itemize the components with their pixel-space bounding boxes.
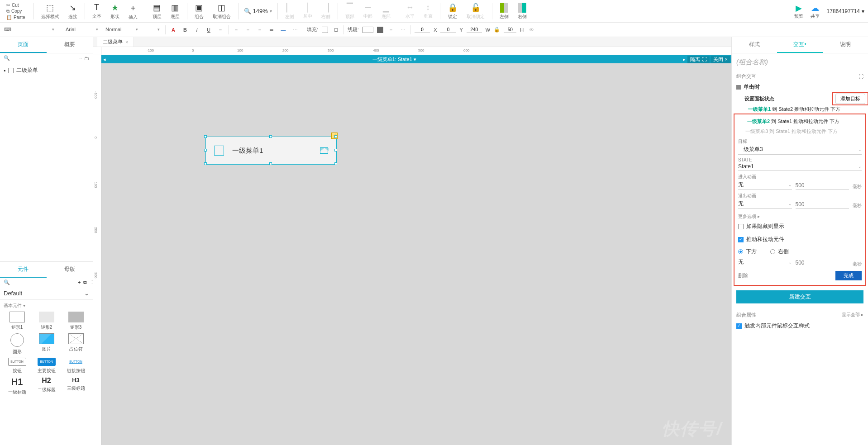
- text-color-button[interactable]: A: [169, 26, 177, 34]
- pos-y-input[interactable]: [440, 27, 456, 33]
- dist-h-button[interactable]: ↔水平: [404, 2, 416, 20]
- widget-primary-button[interactable]: BUTTON主要按钮: [33, 358, 60, 374]
- tab-notes[interactable]: 说明: [823, 37, 868, 53]
- push-duration-input[interactable]: [796, 259, 849, 267]
- push-anim-select[interactable]: 无⌄: [738, 257, 792, 267]
- canvas[interactable]: -1000100200300400500600 -1000100200300 ◂…: [93, 47, 731, 445]
- add-page-button[interactable]: ▫: [80, 56, 81, 61]
- copy-button[interactable]: ⧉Copy: [6, 9, 25, 14]
- target-row-1[interactable]: 一级菜单1 到 State2 推动和拉动元件 下方: [732, 105, 868, 114]
- checkbox-trigger-mouse[interactable]: 触发内部元件鼠标交互样式: [732, 320, 868, 331]
- canvas-tab[interactable]: 二级菜单×: [97, 37, 134, 47]
- stroke-more-button[interactable]: ⋯: [399, 26, 407, 34]
- panel-right-button[interactable]: 右侧: [516, 2, 529, 21]
- target-select[interactable]: 一级菜单3⌄: [738, 145, 862, 155]
- widget-rect2[interactable]: 矩形2: [33, 312, 60, 331]
- align-center-text-button[interactable]: ≡: [244, 26, 252, 34]
- stroke-color-button[interactable]: [377, 27, 383, 33]
- radio-right[interactable]: 右侧: [770, 248, 789, 256]
- page-tree-item[interactable]: ▪ 二级菜单: [4, 66, 89, 75]
- close-panel-button[interactable]: 关闭×: [711, 56, 730, 63]
- connect-button[interactable]: ↘连接: [67, 2, 79, 21]
- delete-button[interactable]: 删除: [738, 272, 748, 279]
- isolate-button[interactable]: 隔离⛶: [687, 56, 710, 63]
- widget-circle[interactable]: 圆形: [4, 333, 30, 355]
- panel-left-button[interactable]: 左侧: [498, 2, 510, 21]
- checkbox-show-if-hidden[interactable]: 如果隐藏则显示: [738, 220, 862, 233]
- stroke-style-button[interactable]: [362, 27, 373, 33]
- width-input[interactable]: [467, 27, 482, 33]
- tab-pages[interactable]: 页面: [0, 37, 47, 53]
- library-select[interactable]: Default⌄: [0, 287, 93, 300]
- add-lib-button[interactable]: +: [78, 279, 81, 285]
- pos-x-input[interactable]: [415, 27, 430, 33]
- insert-button[interactable]: ＋插入: [127, 1, 139, 21]
- checkbox-push-pull[interactable]: 推动和拉动元件: [738, 233, 862, 246]
- widget-h2[interactable]: H2二级标题: [33, 377, 60, 395]
- stroke-width-button[interactable]: ≡: [387, 26, 395, 34]
- account-menu[interactable]: 17864197714▾: [827, 8, 864, 14]
- tab-interactions[interactable]: 交互•: [777, 37, 822, 53]
- send-back-button[interactable]: ▥底层: [169, 2, 181, 21]
- text-format-button[interactable]: —: [279, 26, 287, 34]
- ungroup-button[interactable]: ◫取消组合: [211, 2, 233, 21]
- style-preset-select[interactable]: ▾: [15, 26, 56, 33]
- widget-rect1[interactable]: 矩形1: [4, 312, 30, 331]
- event-onclick[interactable]: 单击时: [732, 81, 868, 93]
- visibility-button[interactable]: 👁: [527, 26, 535, 34]
- align-right-button[interactable]: ▕右侧: [320, 2, 332, 21]
- widget-link-button[interactable]: BUTTON链接按钮: [62, 358, 89, 374]
- align-left-button[interactable]: ▏左侧: [283, 2, 296, 21]
- target-row-2[interactable]: 一级菜单2 到 State1 推动和拉动元件 下方: [738, 117, 862, 126]
- tab-masters[interactable]: 母版: [47, 262, 93, 278]
- bullet-list-button[interactable]: ≡: [216, 26, 224, 34]
- tab-style[interactable]: 样式: [732, 37, 777, 53]
- widget-button[interactable]: BUTTON按钮: [4, 358, 30, 374]
- selected-widget[interactable]: ⚡ 一级菜单1: [205, 137, 337, 165]
- prev-state-button[interactable]: ◂: [101, 57, 108, 62]
- state-select[interactable]: State1⌄: [738, 162, 862, 171]
- lib-options-button[interactable]: ⧉: [83, 279, 87, 285]
- align-center-button[interactable]: │居中: [301, 2, 314, 20]
- panel-state-title[interactable]: 一级菜单1: State1 ▾: [108, 56, 681, 63]
- widget-search-input[interactable]: [13, 279, 75, 285]
- next-state-button[interactable]: ▸: [681, 57, 687, 62]
- font-size-select[interactable]: ▾: [143, 26, 162, 33]
- unlock-button[interactable]: 🔓取消锁定: [465, 2, 486, 21]
- radio-below[interactable]: 下方: [738, 248, 757, 256]
- anim-out-duration-input[interactable]: [796, 200, 849, 209]
- group-button[interactable]: ▣组合: [193, 2, 205, 21]
- align-left-text-button[interactable]: ≡: [232, 26, 240, 34]
- lock-button[interactable]: 🔒锁定: [446, 2, 459, 21]
- anim-in-select[interactable]: 无⌄: [738, 180, 792, 190]
- underline-button[interactable]: U: [205, 26, 213, 34]
- align-right-text-button[interactable]: ≡: [256, 26, 264, 34]
- format-painter-button[interactable]: ⌨: [4, 26, 12, 34]
- widget-h1[interactable]: H1一级标题: [4, 377, 30, 395]
- page-search-input[interactable]: [13, 56, 77, 61]
- group-name-label[interactable]: (组合名称): [732, 53, 868, 69]
- widget-rect3[interactable]: 矩形3: [62, 312, 89, 331]
- font-select[interactable]: Arial▾: [64, 26, 100, 33]
- paste-button[interactable]: 📋Paste: [6, 15, 25, 20]
- fill-color-button[interactable]: [322, 27, 328, 33]
- action-set-panel-state[interactable]: 设置面板状态: [732, 95, 833, 103]
- font-weight-select[interactable]: Normal▾: [104, 26, 140, 33]
- shape-tool-button[interactable]: ★形状: [109, 2, 121, 21]
- anim-out-select[interactable]: 无⌄: [738, 199, 792, 209]
- widget-image[interactable]: 图片: [33, 333, 60, 355]
- widget-h3[interactable]: H3三级标题: [62, 377, 89, 395]
- select-mode-button[interactable]: ⬚选择模式: [39, 2, 61, 21]
- bring-front-button[interactable]: ▤顶层: [151, 2, 163, 21]
- tab-widgets[interactable]: 元件: [0, 262, 47, 278]
- interaction-badge[interactable]: ⚡: [331, 133, 338, 139]
- new-interaction-button[interactable]: 新建交互: [736, 290, 863, 303]
- zoom-control[interactable]: 🔍149%▾: [244, 8, 272, 14]
- fill-none-button[interactable]: ◻: [332, 26, 340, 34]
- add-folder-button[interactable]: 🗀: [84, 56, 89, 61]
- expand-icon[interactable]: ⛶: [858, 74, 863, 79]
- close-tab-button[interactable]: ×: [125, 39, 128, 45]
- height-input[interactable]: [504, 27, 516, 33]
- category-basic[interactable]: 基本元件 ▾: [0, 300, 93, 312]
- add-target-button[interactable]: 添加目标: [835, 94, 865, 104]
